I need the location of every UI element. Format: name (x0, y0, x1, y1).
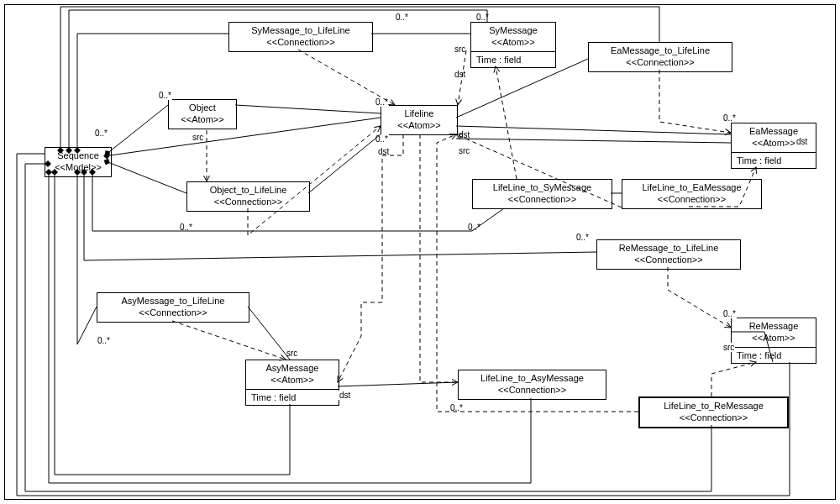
title: EaMessage (749, 126, 798, 136)
title: EaMessage_to_LifeLine (611, 45, 710, 55)
mult: 0..* (575, 233, 590, 242)
class-lifeline-to-eamessage: LifeLine_to_EaMessage<<Connection>> (622, 179, 762, 209)
attr-time: Time : field (732, 153, 816, 168)
role-dst: dst (458, 130, 470, 139)
role-src: src (454, 45, 466, 54)
class-lifeline-to-asymessage: LifeLine_to_AsyMessage<<Connection>> (458, 370, 606, 400)
mult: 0..* (449, 403, 464, 412)
class-lifeline-to-symessage: LifeLine_to_SyMessage<<Connection>> (472, 179, 612, 209)
mult: 0..* (94, 129, 108, 138)
stereotype: <<Connection>> (464, 385, 601, 396)
stereotype: <<Connection>> (478, 194, 606, 206)
title: ReMessage_to_LifeLine (619, 243, 719, 253)
title: AsyMessage_to_LifeLine (122, 296, 225, 306)
class-remessage-to-lifeline: ReMessage_to_LifeLine<<Connection>> (596, 239, 741, 270)
stereotype: <<Connection>> (602, 255, 735, 266)
role-dst: dst (454, 70, 466, 79)
class-object: Object<<Atom>> (168, 99, 237, 129)
role-src: src (722, 343, 735, 352)
stereotype: <<Atom>> (737, 333, 811, 344)
class-object-to-lifeline: Object_to_LifeLine<<Connection>> (186, 181, 310, 212)
class-lifeline-to-remessage: LifeLine_to_ReMessage<<Connection>> (638, 396, 789, 428)
role-dst: dst (377, 147, 390, 156)
stereotype: <<Connection>> (594, 57, 727, 69)
stereotype: <<Connection>> (192, 197, 304, 208)
role-dst: dst (339, 391, 351, 400)
attr-time: Time : field (246, 390, 339, 405)
title: SyMessage (489, 25, 537, 35)
stereotype: <<Connection>> (234, 37, 367, 49)
role-dst: dst (795, 137, 808, 146)
mult: 0..* (179, 223, 193, 232)
class-lifeline: Lifeline<<Atom>> (381, 105, 458, 135)
attr-time: Time : field (471, 52, 555, 67)
stereotype: <<Atom>> (476, 37, 550, 49)
mult: 0..* (375, 134, 389, 144)
mult: 0..* (722, 113, 737, 123)
stereotype: <<Model>> (50, 162, 106, 174)
attr-time: Time : field (732, 348, 816, 363)
class-asymessage: AsyMessage<<Atom>> Time : field (245, 360, 339, 406)
mult: 0..* (97, 336, 111, 345)
title: LifeLine_to_AsyMessage (480, 373, 584, 383)
mult: 0..* (467, 223, 481, 232)
class-eamessage-to-lifeline: EaMessage_to_LifeLine<<Connection>> (588, 42, 732, 72)
stereotype: <<Atom>> (251, 375, 333, 386)
title: Object_to_LifeLine (210, 185, 287, 195)
title: Object (189, 102, 216, 113)
title: Lifeline (405, 108, 434, 118)
class-remessage: ReMessage<<Atom>> Time : field (731, 318, 816, 364)
mult: 0..* (475, 13, 490, 22)
stereotype: <<Connection>> (627, 194, 756, 206)
title: SyMessage_to_LifeLine (251, 25, 349, 35)
role-src: src (286, 349, 298, 358)
role-src: src (192, 133, 204, 142)
title: LifeLine_to_ReMessage (664, 401, 764, 411)
stereotype: <<Atom>> (386, 120, 452, 132)
class-symessage: SyMessage<<Atom>> Time : field (470, 22, 556, 68)
title: AsyMessage (266, 363, 319, 373)
class-symessage-to-lifeline: SyMessage_to_LifeLine<<Connection>> (228, 22, 373, 52)
title: LifeLine_to_SyMessage (493, 182, 591, 192)
class-sequence: Sequence<<Model>> (45, 147, 112, 177)
title: LifeLine_to_EaMessage (642, 182, 741, 192)
stereotype: <<Connection>> (102, 307, 244, 319)
role-src: src (458, 146, 470, 155)
mult: 0..* (395, 13, 409, 22)
class-asymessage-to-lifeline: AsyMessage_to_LifeLine<<Connection>> (97, 292, 249, 323)
title: ReMessage (749, 321, 799, 331)
mult: 0..* (722, 309, 737, 318)
title: Sequence (57, 150, 99, 160)
stereotype: <<Atom>> (174, 114, 231, 126)
stereotype: <<Connection>> (645, 412, 782, 424)
mult: 0..* (375, 97, 389, 107)
mult: 0..* (158, 91, 172, 100)
